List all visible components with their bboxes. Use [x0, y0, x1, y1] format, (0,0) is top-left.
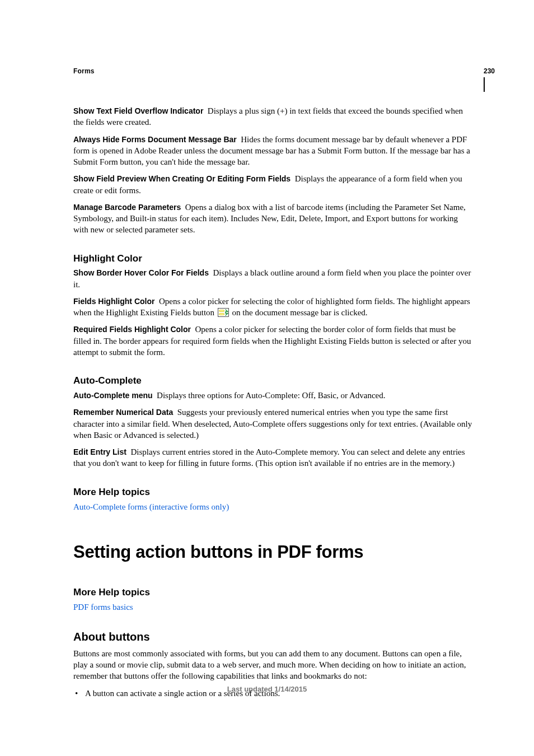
page-number: 230	[484, 67, 495, 75]
def-term: Show Field Preview When Creating Or Edit…	[73, 174, 291, 183]
def-term: Required Fields Highlight Color	[73, 325, 191, 334]
def-term: Edit Entry List	[73, 447, 127, 456]
svg-rect-0	[218, 309, 228, 317]
def-field-preview: Show Field Preview When Creating Or Edit…	[73, 173, 474, 196]
page: 230 Forms Show Text Field Overflow Indic…	[0, 0, 534, 756]
def-text-post: on the document message bar is clicked.	[232, 308, 368, 317]
link-auto-complete-forms[interactable]: Auto-Complete forms (interactive forms o…	[73, 502, 229, 511]
highlight-fields-icon	[218, 308, 229, 317]
def-term: Show Border Hover Color For Fields	[73, 268, 209, 277]
svg-rect-1	[219, 310, 224, 312]
heading-highlight-color: Highlight Color	[73, 253, 474, 265]
def-term: Always Hide Forms Document Message Bar	[73, 135, 237, 144]
heading-auto-complete: Auto-Complete	[73, 375, 474, 388]
about-buttons-para: Buttons are most commonly associated wit…	[73, 648, 474, 682]
content: Show Text Field Overflow Indicator Displ…	[73, 105, 474, 699]
def-overflow: Show Text Field Overflow Indicator Displ…	[73, 105, 474, 128]
breadcrumb: Forms	[73, 67, 474, 75]
def-text: Displays current entries stored in the A…	[73, 447, 465, 468]
more-help-2-link-row: PDF forms basics	[73, 601, 474, 613]
heading-setting-action-buttons: Setting action buttons in PDF forms	[73, 540, 474, 564]
def-ac-remember: Remember Numerical Data Suggests your pr…	[73, 407, 474, 441]
def-term: Remember Numerical Data	[73, 408, 173, 417]
more-help-1-link-row: Auto-Complete forms (interactive forms o…	[73, 501, 474, 512]
def-ac-edit: Edit Entry List Displays current entries…	[73, 446, 474, 469]
def-barcode: Manage Barcode Parameters Opens a dialog…	[73, 202, 474, 236]
def-term: Fields Highlight Color	[73, 297, 154, 306]
footer-last-updated: Last updated 1/14/2015	[0, 685, 534, 693]
def-fields-highlight-color: Fields Highlight Color Opens a color pic…	[73, 296, 474, 319]
svg-rect-2	[219, 314, 224, 315]
def-term: Manage Barcode Parameters	[73, 203, 181, 212]
heading-more-help-2: More Help topics	[73, 586, 474, 599]
def-hide-msgbar: Always Hide Forms Document Message Bar H…	[73, 134, 474, 168]
heading-more-help-1: More Help topics	[73, 486, 474, 499]
link-pdf-forms-basics[interactable]: PDF forms basics	[73, 603, 133, 612]
def-text: Displays three options for Auto-Complete…	[157, 391, 385, 400]
def-term: Auto-Complete menu	[73, 391, 153, 400]
def-ac-menu: Auto-Complete menu Displays three option…	[73, 390, 474, 401]
heading-about-buttons: About buttons	[73, 629, 474, 645]
page-number-rule	[484, 77, 485, 92]
def-hover-color: Show Border Hover Color For Fields Displ…	[73, 267, 474, 290]
def-term: Show Text Field Overflow Indicator	[73, 106, 203, 115]
def-required-highlight-color: Required Fields Highlight Color Opens a …	[73, 324, 474, 358]
